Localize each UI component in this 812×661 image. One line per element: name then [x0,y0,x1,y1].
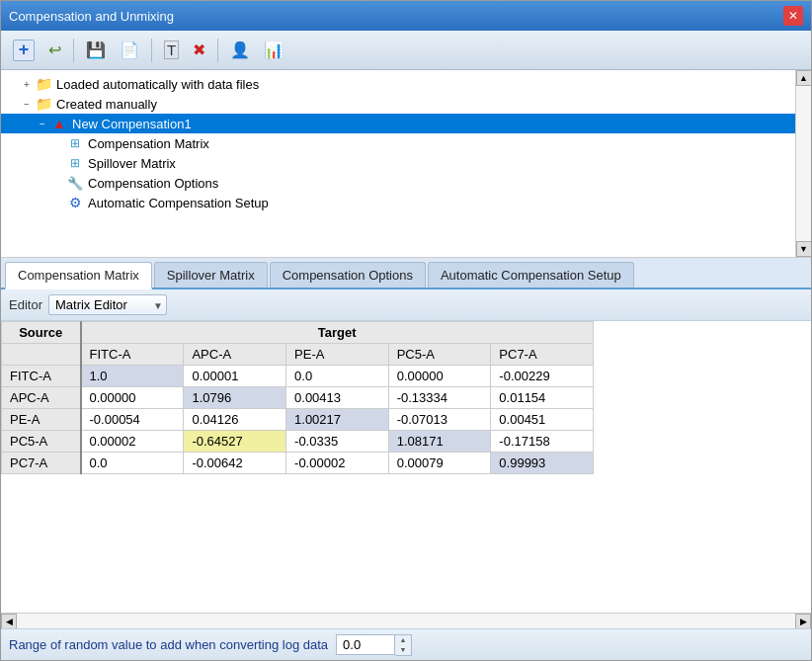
back-button[interactable]: ↩ [42,37,67,63]
tree-panel: + 📁 Loaded automatically with data files… [1,70,811,258]
chart-button[interactable]: 📊 [258,37,289,63]
matrix-cell-1-1[interactable]: 1.0796 [184,387,286,409]
expand-icon-newcomp: − [37,118,48,129]
apply-button[interactable]: 👤 [224,37,256,63]
source-cell-3: PC5-A [2,431,81,453]
separator3 [217,39,218,62]
save-button[interactable]: 💾 [80,37,112,63]
tree-scrollbar: ▲ ▼ [795,70,811,257]
save-icon: 💾 [86,41,106,59]
save-copy-button[interactable]: 📄 [114,37,145,63]
matrix-cell-2-2[interactable]: 1.00217 [286,409,389,431]
delete-icon: ✖ [193,41,205,59]
back-icon: ↩ [48,41,61,59]
matrix-cell-2-1[interactable]: 0.04126 [184,409,286,431]
spinner-input[interactable] [336,634,395,655]
matrix-cell-0-1[interactable]: 0.00001 [184,366,286,387]
matrix-cell-1-2[interactable]: 0.00413 [286,387,389,409]
source-cell-4: PC7-A [2,453,81,474]
matrix-cell-3-0[interactable]: 0.00002 [81,431,184,453]
triangle-icon-newcomp: ▲ [50,116,68,131]
chart-icon: 📊 [264,41,284,59]
add-button[interactable]: + [7,36,41,65]
scroll-track [796,86,811,241]
table-row: PC5-A0.00002-0.64527-0.03351.08171-0.171… [2,431,594,453]
table-row: FITC-A1.00.000010.00.00000-0.00229 [2,366,594,387]
tree-item-created[interactable]: − 📁 Created manually [1,94,795,114]
col-header-pc5a: PC5-A [388,344,491,366]
expand-icon-created: − [21,98,33,110]
matrix-cell-2-3[interactable]: -0.07013 [388,409,491,431]
tab-comp-matrix-label: Compensation Matrix [18,268,139,283]
tree-item-spillover[interactable]: + ⊞ Spillover Matrix [1,153,795,173]
spinner-up-btn[interactable]: ▲ [395,635,411,645]
hscroll-left-btn[interactable]: ◀ [1,614,17,629]
matrix-cell-4-4[interactable]: 0.99993 [491,453,594,474]
matrix-cell-1-3[interactable]: -0.13334 [388,387,491,409]
matrix-cell-2-4[interactable]: 0.00451 [491,409,594,431]
matrix-cell-0-0[interactable]: 1.0 [81,366,184,387]
close-button[interactable]: ✕ [783,6,803,26]
target-header: Target [81,322,594,344]
tree-content: + 📁 Loaded automatically with data files… [1,70,795,257]
separator2 [151,39,152,62]
scroll-up-btn[interactable]: ▲ [796,70,812,86]
spinner-btns: ▲ ▼ [395,634,412,656]
col-header-pc7a: PC7-A [491,344,594,366]
tree-item-newcomp[interactable]: − ▲ New Compensation1 [1,114,795,133]
options-icon-compoptions: 🔧 [66,175,84,191]
tree-item-autocomp[interactable]: + ⚙ Automatic Compensation Setup [1,193,795,212]
delete-button[interactable]: ✖ [187,37,211,63]
separator1 [73,39,74,62]
tab-comp-options[interactable]: Compensation Options [270,262,426,288]
tab-comp-matrix[interactable]: Compensation Matrix [5,262,152,289]
source-cell-0: FITC-A [2,366,81,387]
scroll-down-btn[interactable]: ▼ [796,241,812,257]
matrix-cell-3-4[interactable]: -0.17158 [491,431,594,453]
spinner-wrapper: ▲ ▼ [336,634,412,656]
matrix-cell-4-2[interactable]: -0.00002 [286,453,389,474]
matrix-cell-4-1[interactable]: -0.00642 [184,453,286,474]
tree-item-compmatrix[interactable]: + ⊞ Compensation Matrix [1,133,795,153]
spinner-down-btn[interactable]: ▼ [395,645,411,655]
editor-label: Editor [9,297,42,312]
grid-icon-compmatrix: ⊞ [66,135,84,151]
col-header-fitca: FITC-A [81,344,184,366]
tab-auto-comp[interactable]: Automatic Compensation Setup [428,262,634,288]
editor-select[interactable]: Matrix Editor List Editor [48,294,167,315]
hscroll-right-btn[interactable]: ▶ [795,614,811,629]
matrix-cell-3-3[interactable]: 1.08171 [388,431,491,453]
tree-label-created: Created manually [56,97,157,112]
tab-comp-options-label: Compensation Options [283,268,413,283]
matrix-cell-4-0[interactable]: 0.0 [81,453,184,474]
save-copy-icon: 📄 [120,41,139,59]
apply-icon: 👤 [230,41,250,59]
matrix-cell-0-2[interactable]: 0.0 [286,366,389,387]
table-row: APC-A0.000001.07960.00413-0.133340.01154 [2,387,594,409]
matrix-cell-0-4[interactable]: -0.00229 [491,366,594,387]
tab-auto-comp-label: Automatic Compensation Setup [441,268,621,283]
grid-icon-spillover: ⊞ [66,155,84,171]
tree-item-loaded[interactable]: + 📁 Loaded automatically with data files [1,74,795,94]
tree-item-compoptions[interactable]: + 🔧 Compensation Options [1,173,795,193]
matrix-cell-2-0[interactable]: -0.00054 [81,409,184,431]
matrix-cell-3-2[interactable]: -0.0335 [286,431,389,453]
source-cell-1: APC-A [2,387,81,409]
status-label: Range of random value to add when conver… [9,637,328,652]
matrix-cell-0-3[interactable]: 0.00000 [388,366,491,387]
tab-spillover-matrix[interactable]: Spillover Matrix [154,262,268,288]
tab-spillover-matrix-label: Spillover Matrix [167,268,255,283]
matrix-cell-3-1[interactable]: -0.64527 [184,431,286,453]
table-row: PC7-A0.0-0.00642-0.000020.000790.99993 [2,453,594,474]
matrix-cell-4-3[interactable]: 0.00079 [388,453,491,474]
matrix-cell-1-4[interactable]: 0.01154 [491,387,594,409]
expand-icon-loaded: + [21,78,33,90]
toolbar: + ↩ 💾 📄 T ✖ 👤 📊 [1,31,811,70]
tree-label-loaded: Loaded automatically with data files [56,77,259,92]
source-header: Source [2,322,81,344]
matrix-container[interactable]: Source Target FITC-A APC-A PE-A PC5-A PC… [1,321,811,613]
rename-button[interactable]: T [158,37,185,63]
col-header-pea: PE-A [286,344,389,366]
matrix-cell-1-0[interactable]: 0.00000 [81,387,184,409]
main-window: Compensation and Unmixing ✕ + ↩ 💾 📄 T ✖ … [0,0,812,661]
